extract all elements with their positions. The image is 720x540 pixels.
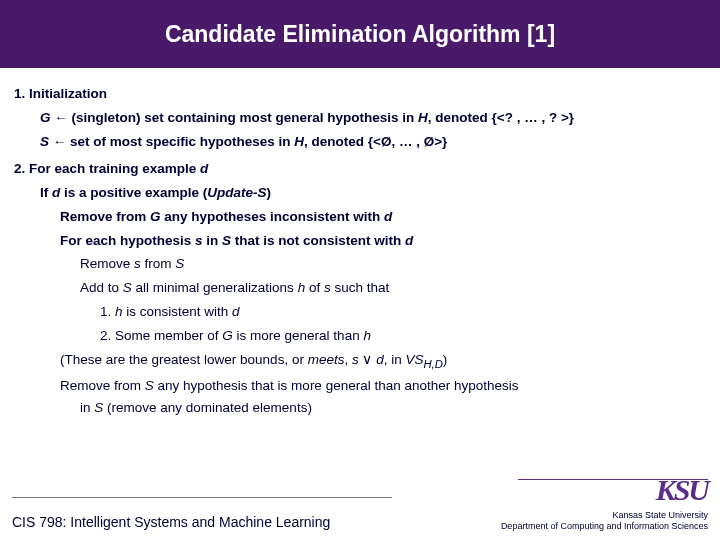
ksu-logo: KSU <box>501 472 708 508</box>
footer-course: CIS 798: Intelligent Systems and Machine… <box>12 514 330 532</box>
text: If <box>40 185 52 200</box>
var-bigs: S <box>123 280 132 295</box>
text: is more general than <box>233 328 364 343</box>
remove-s: Remove s from S <box>80 254 706 275</box>
text: any hypotheses inconsistent with <box>161 209 385 224</box>
slide-body: 1. Initialization G ← (singleton) set co… <box>0 68 720 419</box>
or-symbol: ∨ <box>359 352 377 367</box>
var-d: d <box>405 233 413 248</box>
var-bigs: S <box>145 378 154 393</box>
text: Add to <box>80 280 123 295</box>
var-bigs: S <box>94 400 103 415</box>
var-h: h <box>363 328 371 343</box>
section1-heading: 1. Initialization <box>14 84 706 105</box>
text: from <box>141 256 176 271</box>
vs: VS <box>405 352 423 367</box>
text: Remove from <box>60 378 145 393</box>
text: in <box>80 400 94 415</box>
section2-heading: 2. For each training example d <box>14 159 706 180</box>
text: , <box>344 352 352 367</box>
cond2: 2. Some member of G is more general than… <box>100 326 706 347</box>
var-d: d <box>200 161 208 176</box>
text: such that <box>331 280 390 295</box>
var-d: d <box>376 352 384 367</box>
remove-dominated: Remove from S any hypothesis that is mor… <box>60 376 706 397</box>
footer-university: Kansas State University <box>501 510 708 521</box>
title-band: Candidate Elimination Algorithm [1] <box>0 0 720 68</box>
text: , in <box>384 352 406 367</box>
text: 2. For each training example <box>14 161 200 176</box>
vs-sub: H,D <box>423 358 442 370</box>
text: , denoted {<Ø, … , Ø>} <box>304 134 447 149</box>
var-g: G <box>222 328 233 343</box>
text: all minimal generalizations <box>132 280 298 295</box>
var-h: H <box>418 110 428 125</box>
foreach-hypothesis: For each hypothesis s in S that is not c… <box>60 231 706 252</box>
text: ) <box>443 352 448 367</box>
text: any hypothesis that is more general than… <box>154 378 519 393</box>
line-s: S ← set of most specific hypotheses in H… <box>40 132 706 153</box>
text: 2. Some member of <box>100 328 222 343</box>
var-s: s <box>324 280 331 295</box>
text: ← set of most specific hypotheses in <box>49 134 294 149</box>
meets-note: (These are the greatest lower bounds, or… <box>60 350 706 373</box>
var-d: d <box>232 304 240 319</box>
footer: CIS 798: Intelligent Systems and Machine… <box>0 472 720 532</box>
text: that is not consistent with <box>231 233 405 248</box>
text: Remove <box>80 256 134 271</box>
var-bigs: S <box>222 233 231 248</box>
var-h: h <box>115 304 123 319</box>
text: (remove any dominated elements) <box>103 400 312 415</box>
meets: meets <box>308 352 345 367</box>
cond1: 1. h is consistent with d <box>100 302 706 323</box>
text: is a positive example ( <box>60 185 207 200</box>
line-g: G ← (singleton) set containing most gene… <box>40 108 706 129</box>
text: is consistent with <box>123 304 233 319</box>
text: ← (singleton) set containing most genera… <box>51 110 419 125</box>
var-h: h <box>298 280 306 295</box>
var-s: s <box>352 352 359 367</box>
var-d: d <box>384 209 392 224</box>
footer-department: Department of Computing and Information … <box>501 521 708 532</box>
var-g: G <box>40 110 51 125</box>
var-s: s <box>134 256 141 271</box>
var-bigs: S <box>175 256 184 271</box>
var-d: d <box>52 185 60 200</box>
text: For each hypothesis <box>60 233 195 248</box>
add-to-s: Add to S all minimal generalizations h o… <box>80 278 706 299</box>
slide-title: Candidate Elimination Algorithm [1] <box>165 21 555 48</box>
text: in <box>203 233 223 248</box>
text: Remove from <box>60 209 150 224</box>
text: ) <box>267 185 272 200</box>
var-s: s <box>195 233 203 248</box>
text: of <box>305 280 324 295</box>
text: (These are the greatest lower bounds, or <box>60 352 308 367</box>
var-s: S <box>40 134 49 149</box>
footer-right: KSU Kansas State University Department o… <box>501 472 708 532</box>
text: , denoted {<? , … , ? >} <box>428 110 574 125</box>
var-h: H <box>294 134 304 149</box>
if-positive: If d is a positive example (Update-S) <box>40 183 706 204</box>
remove-dominated-cont: in S (remove any dominated elements) <box>80 398 706 419</box>
remove-from-g: Remove from G any hypotheses inconsisten… <box>60 207 706 228</box>
text: 1. <box>100 304 115 319</box>
var-g: G <box>150 209 161 224</box>
update-s: Update-S <box>207 185 266 200</box>
